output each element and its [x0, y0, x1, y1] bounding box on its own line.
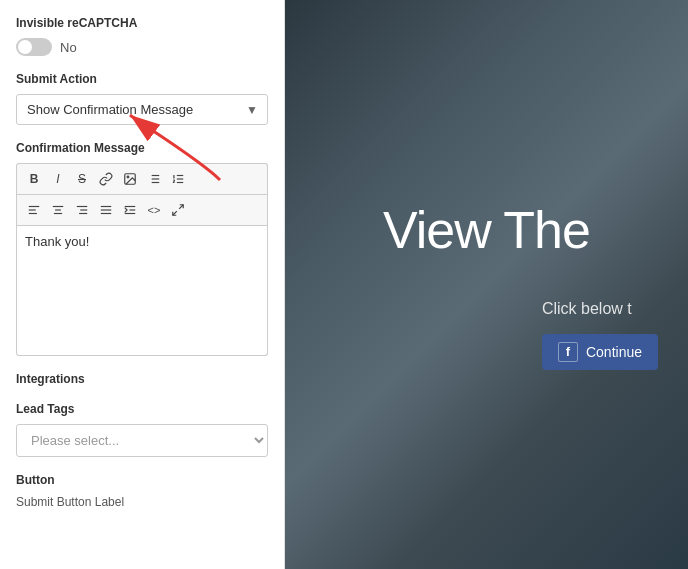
continue-button[interactable]: f Continue [542, 334, 658, 370]
justify-button[interactable] [95, 199, 117, 221]
bold-button[interactable]: B [23, 168, 45, 190]
integrations-title: Integrations [16, 372, 268, 386]
confirmation-message-section: Confirmation Message B I S [16, 141, 268, 356]
svg-point-1 [127, 176, 129, 178]
svg-line-26 [179, 205, 183, 209]
left-panel: Invisible reCAPTCHA No Submit Action Sho… [0, 0, 285, 569]
align-left-button[interactable] [23, 199, 45, 221]
image-button[interactable] [119, 168, 141, 190]
lead-tags-title: Lead Tags [16, 402, 268, 416]
submit-action-dropdown-wrapper: Show Confirmation Message Redirect to UR… [16, 94, 268, 125]
button-title: Button [16, 473, 268, 487]
toggle-label: No [60, 40, 77, 55]
fb-letter: f [566, 344, 570, 359]
submit-button-label-title: Submit Button Label [16, 495, 268, 509]
submit-action-select[interactable]: Show Confirmation Message Redirect to UR… [16, 94, 268, 125]
link-button[interactable] [95, 168, 117, 190]
lead-tags-select[interactable]: Please select... [16, 424, 268, 457]
button-section: Button Submit Button Label [16, 473, 268, 509]
unordered-list-button[interactable] [143, 168, 165, 190]
ordered-list-button[interactable] [167, 168, 189, 190]
editor-content: Thank you! [25, 234, 89, 249]
continue-label: Continue [586, 344, 642, 360]
click-below-text: Click below t [542, 300, 632, 318]
submit-action-section: Submit Action Show Confirmation Message … [16, 72, 268, 125]
submit-action-title: Submit Action [16, 72, 268, 86]
toolbar-row-2: <> [17, 195, 267, 226]
facebook-icon: f [558, 342, 578, 362]
lead-tags-section: Lead Tags Please select... [16, 402, 268, 457]
align-center-button[interactable] [47, 199, 69, 221]
fullscreen-button[interactable] [167, 199, 189, 221]
indent-button[interactable] [119, 199, 141, 221]
align-right-button[interactable] [71, 199, 93, 221]
integrations-section: Integrations [16, 372, 268, 386]
source-code-button[interactable]: <> [143, 199, 165, 221]
recaptcha-title: Invisible reCAPTCHA [16, 16, 268, 30]
svg-line-27 [173, 211, 177, 215]
italic-button[interactable]: I [47, 168, 69, 190]
view-the-heading: View The [383, 200, 590, 260]
right-content: View The Click below t f Continue [285, 0, 688, 569]
toolbar-row-1: B I S [17, 164, 267, 195]
right-panel: View The Click below t f Continue [285, 0, 688, 569]
strikethrough-button[interactable]: S [71, 168, 93, 190]
confirmation-message-title: Confirmation Message [16, 141, 268, 155]
recaptcha-toggle[interactable] [16, 38, 52, 56]
confirmation-message-editor[interactable]: Thank you! [16, 226, 268, 356]
editor-toolbar: B I S [16, 163, 268, 226]
